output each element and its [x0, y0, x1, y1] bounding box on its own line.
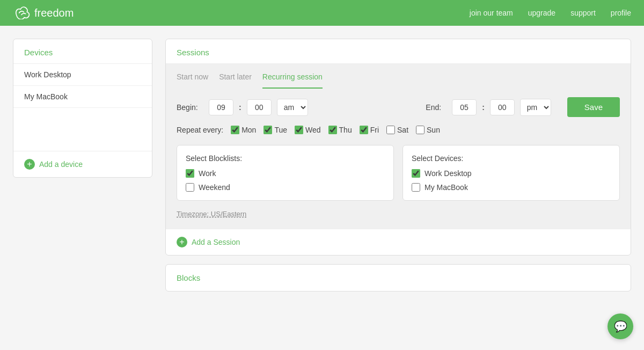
session-form: Begin: : am pm End: : am pm: [166, 89, 631, 229]
time-row: Begin: : am pm End: : am pm: [177, 97, 620, 117]
join-link[interactable]: join our team: [470, 9, 513, 17]
day-tue[interactable]: Tue: [264, 126, 287, 134]
end-ampm-select[interactable]: am pm: [520, 99, 551, 116]
end-minute-input[interactable]: [490, 99, 515, 115]
select-devices-title: Select Devices:: [412, 154, 611, 163]
day-fri[interactable]: Fri: [360, 126, 379, 134]
logo-icon: [13, 6, 30, 19]
begin-colon: :: [239, 103, 241, 112]
tab-start-later[interactable]: Start later: [219, 72, 252, 89]
begin-ampm-select[interactable]: am pm: [277, 99, 308, 116]
blocks-title: Blocks: [166, 265, 631, 291]
save-button[interactable]: Save: [567, 97, 620, 117]
logo-text: freedom: [34, 7, 74, 19]
blocklist-weekend[interactable]: Weekend: [186, 183, 385, 192]
add-device-button[interactable]: + Add a device: [13, 151, 152, 177]
select-blocklists-title: Select Blocklists:: [186, 154, 385, 163]
sessions-card: Sessions Start now Start later Recurring…: [165, 39, 631, 256]
add-device-plus-icon: +: [24, 159, 35, 170]
logo: freedom: [13, 6, 74, 19]
sidebar: Devices Work Desktop My MacBook + Add a …: [13, 39, 152, 291]
day-sat[interactable]: Sat: [386, 126, 408, 134]
begin-label: Begin:: [177, 103, 203, 112]
day-sun[interactable]: Sun: [416, 126, 440, 134]
device-item-my-macbook[interactable]: My MacBook: [13, 86, 152, 108]
select-devices-box: Select Devices: Work Desktop My MacBook: [402, 145, 620, 201]
sessions-title: Sessions: [166, 39, 631, 64]
tab-start-now[interactable]: Start now: [177, 72, 208, 89]
right-panel: Sessions Start now Start later Recurring…: [165, 39, 631, 291]
end-hour-input[interactable]: [452, 99, 477, 115]
day-mon[interactable]: Mon: [231, 126, 256, 134]
begin-hour-input[interactable]: [209, 99, 233, 115]
header: freedom join our team upgrade support pr…: [0, 0, 644, 26]
device-my-macbook[interactable]: My MacBook: [412, 183, 611, 192]
select-blocklists-box: Select Blocklists: Work Weekend: [177, 145, 394, 201]
timezone-link[interactable]: Timezone: US/Eastern: [177, 210, 246, 218]
device-work-desktop[interactable]: Work Desktop: [412, 169, 611, 178]
main-content: Devices Work Desktop My MacBook + Add a …: [0, 26, 644, 304]
select-boxes-row: Select Blocklists: Work Weekend Select D…: [177, 145, 620, 201]
end-colon: :: [482, 103, 485, 112]
sidebar-spacer: [13, 108, 152, 151]
devices-card: Devices Work Desktop My MacBook + Add a …: [13, 39, 152, 178]
repeat-row: Repeat every: Mon Tue Wed Thu Fri: [177, 126, 620, 134]
tab-recurring-session[interactable]: Recurring session: [262, 72, 323, 89]
device-item-work-desktop[interactable]: Work Desktop: [13, 64, 152, 86]
support-link[interactable]: support: [570, 9, 596, 17]
upgrade-link[interactable]: upgrade: [528, 9, 555, 17]
day-wed[interactable]: Wed: [295, 126, 321, 134]
blocks-card: Blocks: [165, 264, 631, 291]
begin-minute-input[interactable]: [247, 99, 272, 115]
end-label: End:: [426, 103, 441, 112]
header-nav: join our team upgrade support profile: [470, 9, 631, 17]
blocklist-work[interactable]: Work: [186, 169, 385, 178]
day-thu[interactable]: Thu: [328, 126, 352, 134]
add-session-plus-icon: +: [177, 237, 187, 247]
repeat-label: Repeat every:: [177, 126, 223, 134]
add-session-button[interactable]: + Add a Session: [166, 229, 631, 255]
session-tabs: Start now Start later Recurring session: [166, 64, 631, 89]
devices-title: Devices: [13, 39, 152, 63]
profile-link[interactable]: profile: [611, 9, 631, 17]
